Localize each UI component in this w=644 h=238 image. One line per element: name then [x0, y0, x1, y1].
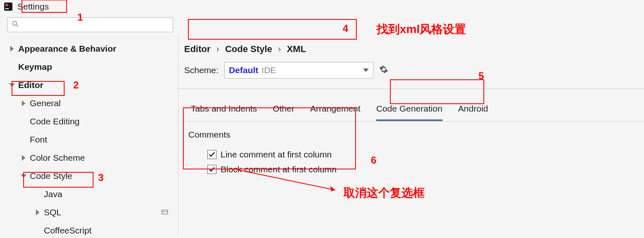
tab-arrangement[interactable]: Arrangement — [310, 104, 360, 121]
scheme-select[interactable]: Default IDE — [224, 62, 373, 79]
sidebar-item-label: Keymap — [18, 62, 52, 72]
tab-code-generation[interactable]: Code Generation — [376, 104, 442, 121]
breadcrumb-part[interactable]: XML — [287, 44, 306, 55]
chevron-right-icon — [19, 153, 28, 162]
comments-section: Comments Line comment at first column Bl… — [178, 121, 644, 177]
chevron-right-icon: › — [214, 44, 222, 55]
breadcrumb: Editor › Code Style › XML — [178, 36, 644, 62]
chevron-right-icon — [33, 208, 42, 217]
scheme-label: Scheme: — [184, 65, 219, 75]
svg-line-4 — [17, 25, 18, 26]
sidebar-item-java[interactable]: Java — [7, 185, 178, 203]
sidebar-item-label: Code Editing — [30, 117, 79, 126]
search-input[interactable] — [22, 20, 169, 29]
svg-rect-5 — [162, 210, 168, 214]
scheme-row: Scheme: Default IDE — [178, 62, 644, 89]
content-panel: Editor › Code Style › XML Scheme: Defaul… — [178, 36, 644, 235]
chevron-right-icon — [7, 44, 17, 53]
chevron-down-icon — [7, 81, 17, 90]
tab-android[interactable]: Android — [458, 104, 488, 121]
search-input-wrap[interactable] — [7, 17, 173, 32]
gear-icon[interactable] — [379, 65, 388, 76]
app-icon — [3, 2, 13, 12]
scope-icon — [161, 207, 168, 217]
sidebar-item-label: Java — [44, 189, 62, 199]
sidebar-item-editor[interactable]: Editor — [7, 76, 178, 94]
section-title: Comments — [188, 130, 644, 140]
search-icon — [11, 20, 19, 30]
sidebar-item-label: Color Scheme — [30, 153, 85, 163]
chevron-down-icon — [19, 171, 28, 181]
sidebar-item-code-editing[interactable]: Code Editing — [7, 112, 178, 131]
svg-point-3 — [12, 21, 17, 25]
check-block-comment[interactable]: Block comment at first column — [188, 162, 644, 177]
breadcrumb-part[interactable]: Code Style — [225, 44, 272, 55]
sidebar-item-general[interactable]: General — [7, 94, 178, 112]
chevron-right-icon: › — [276, 44, 284, 55]
sidebar-item-label: SQL — [44, 207, 61, 217]
sidebar-item-label: Code Style — [30, 171, 72, 181]
scheme-selected-primary: Default — [229, 65, 258, 75]
sidebar-item-code-style[interactable]: Code Style — [7, 167, 178, 185]
svg-rect-1 — [5, 4, 8, 6]
chevron-right-icon — [19, 99, 28, 108]
sidebar-item-color-scheme[interactable]: Color Scheme — [7, 149, 178, 167]
check-line-comment[interactable]: Line comment at first column — [188, 147, 644, 162]
checkbox[interactable] — [207, 165, 216, 174]
check-label: Block comment at first column — [221, 164, 336, 174]
check-label: Line comment at first column — [221, 150, 332, 159]
tabs: Tabs and Indents Other Arrangement Code … — [178, 95, 644, 121]
tab-tabs-and-indents[interactable]: Tabs and Indents — [191, 104, 257, 121]
sidebar-item-appearance-behavior[interactable]: Appearance & Behavior — [7, 40, 178, 58]
window-title: Settings — [17, 2, 49, 12]
svg-rect-2 — [5, 8, 9, 9]
sidebar-item-label: Font — [30, 135, 47, 145]
sidebar-item-label: Appearance & Behavior — [18, 44, 116, 54]
tab-other[interactable]: Other — [273, 104, 295, 121]
sidebar-item-keymap[interactable]: Keymap — [7, 58, 178, 76]
title-bar: Settings — [0, 0, 644, 13]
checkbox[interactable] — [207, 150, 216, 159]
sidebar-item-label: CoffeeScript — [44, 226, 91, 236]
sidebar: Appearance & Behavior Keymap Editor Gene… — [0, 36, 178, 235]
chevron-down-icon — [363, 65, 369, 75]
sidebar-item-font[interactable]: Font — [7, 131, 178, 149]
breadcrumb-part[interactable]: Editor — [184, 44, 211, 55]
sidebar-item-label: General — [30, 98, 61, 108]
search-row — [0, 13, 644, 36]
sidebar-item-sql[interactable]: SQL — [7, 203, 178, 221]
sidebar-item-label: Editor — [18, 80, 43, 90]
sidebar-item-coffeescript[interactable]: CoffeeScript — [7, 221, 178, 238]
scheme-selected-secondary: IDE — [262, 65, 276, 75]
